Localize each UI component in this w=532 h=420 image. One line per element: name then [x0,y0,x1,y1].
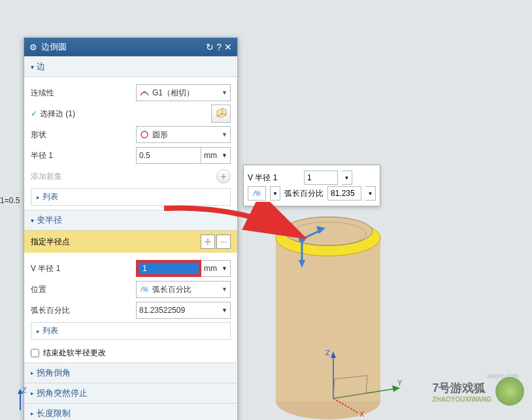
refresh-icon[interactable]: ↻ [206,42,214,52]
arc-percent-input[interactable]: 81.23522509 ▼ [136,302,231,319]
chevron-down-icon: ▼ [222,265,227,272]
point-picker-button[interactable] [201,234,215,249]
select-edge-button[interactable] [211,105,231,123]
svg-text:X: X [359,410,365,418]
point-options-button[interactable]: ⋯ [216,234,231,249]
chevron-down-icon: ▾ [31,217,34,224]
corner-fillet-label: 拐角倒角 [37,367,71,379]
fp-vradius-row: V 半径 1 1 ▼ [248,170,376,185]
fp-vradius-input[interactable]: 1 [304,170,338,185]
radius1-unit-select[interactable]: mm ▼ [201,147,231,164]
svg-text:Y: Y [397,379,403,387]
section-length-limit[interactable]: ▸ 长度限制 [24,403,237,420]
on-canvas-input-panel[interactable]: V 半径 1 1 ▼ /% ▼ 弧长百分比 81.235 ▼ [243,165,380,206]
select-edge-label: 选择边 (1) [40,108,211,120]
shape-row: 形状 圆形 ▼ [31,125,231,144]
plus-icon: + [221,171,226,182]
continuity-select[interactable]: G1（相切） ▼ [136,84,231,101]
continuity-row: 连续性 G1（相切） ▼ [31,84,231,102]
continuity-label: 连续性 [31,88,136,99]
chevron-down-icon: ▼ [222,152,227,159]
radius1-row: 半径 1 0.5 mm ▼ [31,146,231,165]
radius1-input[interactable]: 0.5 [136,147,201,164]
position-row: 位置 /% 弧长百分比 ▼ [31,280,231,299]
section-edge-body: 连续性 G1（相切） ▼ ✓ 选择边 (1) 形状 圆形 [24,77,237,210]
svg-point-8 [284,217,373,246]
shape-select[interactable]: 圆形 ▼ [136,126,231,143]
chevron-right-icon: ▸ [31,410,34,417]
add-set-row: 添加新集 + [31,167,231,186]
svg-marker-18 [331,351,336,358]
chevron-down-icon: ▼ [222,89,227,96]
shape-value: 圆形 [152,129,168,140]
watermark-logo-icon [495,377,524,406]
fp-percent-button[interactable]: /% [248,186,266,201]
chevron-right-icon: ▸ [37,194,40,201]
section-edge-header[interactable]: ▾ 边 [24,56,237,77]
add-set-button[interactable]: + [216,169,231,184]
shape-label: 形状 [31,129,136,140]
close-icon[interactable]: ✕ [224,42,232,52]
soft-radius-row[interactable]: 结束处软半径更改 [24,344,237,363]
radius1-unit: mm [204,151,217,160]
edge-list-label: 列表 [42,191,58,202]
cube-edge-icon [214,107,227,120]
ellipsis-icon: ⋯ [220,238,227,246]
chevron-down-icon: ▼ [222,286,227,293]
edge-blend-dialog: ⚙ 边倒圆 ↻ ? ✕ ▾ 边 连续性 G1（相切） ▼ ✓ 选择边 (1) [24,37,238,420]
section-corner-fillet[interactable]: ▸ 拐角倒角 [24,363,237,383]
arc-percent-label: 弧长百分比 [31,305,136,316]
specify-point-label: 指定半径点 [31,236,199,248]
v-radius1-unit-select[interactable]: mm ▼ [201,260,231,277]
fp-vradius-dropdown[interactable]: ▼ [342,170,352,185]
svg-text:Z: Z [22,387,27,394]
arc-percent-row: 弧长百分比 81.23522509 ▼ [31,301,231,319]
svg-point-1 [141,131,148,138]
fp-arc-input[interactable]: 81.235 [327,186,361,201]
axis-triad: Z Y X [320,346,412,418]
v-radius1-label: V 半径 1 [31,263,136,274]
help-icon[interactable]: ? [216,42,222,52]
axis-indicator-z: Z [10,387,30,413]
position-select[interactable]: /% 弧长百分比 ▼ [136,281,231,298]
var-radius-list-label: 列表 [42,325,58,336]
radius1-label: 半径 1 [31,150,136,161]
svg-point-0 [144,91,146,93]
fp-arc-label: 弧长百分比 [284,188,324,199]
chevron-down-icon: ▾ [31,63,34,71]
fp-arc-row: /% ▼ 弧长百分比 81.235 ▼ [248,186,376,201]
v-radius1-value: 1 [142,264,147,273]
specify-point-row[interactable]: 指定半径点 ⋯ [24,231,237,253]
v-radius1-row: V 半径 1 1 mm ▼ [31,259,231,278]
position-label: 位置 [31,284,136,295]
section-var-radius-header[interactable]: ▾ 变半径 [24,210,237,231]
svg-text:Z: Z [325,349,330,357]
chevron-right-icon: ▸ [31,390,34,396]
v-radius1-input[interactable]: 1 [136,260,201,277]
edge-list-expand[interactable]: ▸ 列表 [31,188,231,206]
select-edge-row[interactable]: ✓ 选择边 (1) [31,105,231,123]
watermark: 7号游戏狐 ZHAOYOUXIWANG [432,377,524,406]
fp-arc-dropdown[interactable]: ▼ [365,186,376,201]
var-radius-list-expand[interactable]: ▸ 列表 [31,322,231,340]
circle-shape-icon [139,129,150,140]
corner-stop-label: 拐角突然停止 [37,387,88,399]
point-icon [203,237,212,246]
radius-tooltip: 1=0.5 [0,196,20,205]
percent-icon: /% [253,190,261,197]
tangent-icon [139,88,150,98]
fp-arc-value: 81.235 [331,189,355,198]
soft-radius-checkbox[interactable] [31,349,39,357]
fp-percent-dropdown[interactable]: ▼ [270,186,280,201]
svg-point-4 [207,241,209,243]
length-limit-label: 长度限制 [37,408,71,419]
continuity-value: G1（相切） [152,88,194,99]
section-corner-stop[interactable]: ▸ 拐角突然停止 [24,383,237,403]
section-edge-title: 边 [37,61,45,73]
watermark-text: 7号游戏狐 [432,381,486,395]
dialog-titlebar[interactable]: ⚙ 边倒圆 ↻ ? ✕ [24,38,237,56]
percent-arc-icon: /% [139,284,150,295]
svg-marker-25 [333,376,367,398]
fp-vradius-value: 1 [307,173,312,182]
v-radius1-unit: mm [204,264,217,273]
